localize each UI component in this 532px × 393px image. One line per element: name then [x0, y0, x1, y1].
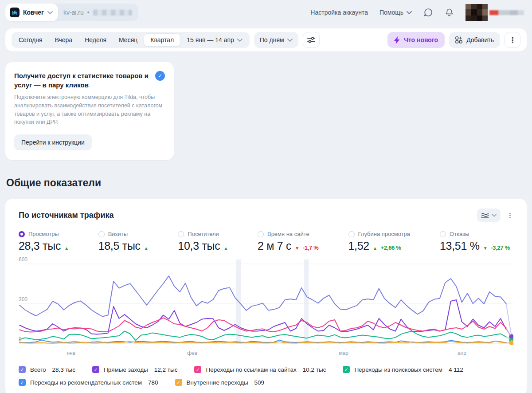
toolbar-right: Что нового Добавить ⋮: [387, 32, 520, 48]
tab-quarter[interactable]: Квартал: [144, 33, 180, 47]
x-axis-labels: янвфевмарапр: [19, 350, 513, 359]
topbar-right: Настройка аккаунта Помощь: [310, 4, 524, 21]
counter-switcher[interactable]: Ковчег kv-ai.ru •: [5, 4, 138, 21]
metric-bounce-rate[interactable]: Отказы 13,51 %▼-3,27 %: [440, 231, 510, 252]
redacted-counter-id: [93, 10, 132, 16]
trend-up-icon: ▲: [373, 246, 377, 251]
checkbox-checked-icon[interactable]: ✓: [92, 366, 99, 373]
metric-time-on-site[interactable]: Время на сайте 2 м 7 с▼-1,7 %: [258, 231, 319, 252]
tab-week[interactable]: Неделя: [78, 32, 113, 48]
legend-value: 12,2 тыс: [154, 366, 178, 373]
radio-selected-icon[interactable]: [19, 231, 25, 237]
metric-label: Глубина просмотра: [358, 231, 411, 237]
metric-label: Посетители: [188, 231, 219, 237]
toolbar-left: Сегодня Вчера Неделя Месяц Квартал 15 ян…: [12, 32, 320, 48]
chart-legend: ✓ Всего 28,3 тыс ✓ Прямые заходы 12,2 ты…: [19, 366, 513, 386]
checkbox-checked-icon[interactable]: ✓: [175, 379, 182, 386]
metric-visits[interactable]: Визиты 18,5 тыс▲: [98, 231, 149, 252]
metric-value: 18,5 тыс: [98, 240, 141, 252]
traffic-sources-card: По источникам трафика ⋮ Просмотры 28,3 т…: [5, 199, 527, 393]
y-axis-tick: 300: [19, 296, 27, 303]
filters-button[interactable]: [303, 32, 320, 48]
promo-instruction-button[interactable]: Перейти к инструкции: [14, 134, 92, 150]
legend-label: Переходы из поисковых систем: [354, 366, 442, 373]
legend-value: 4 112: [449, 366, 463, 373]
legend-item-total[interactable]: ✓ Всего 28,3 тыс: [19, 366, 75, 373]
add-button[interactable]: Добавить: [449, 32, 500, 48]
checkbox-checked-icon[interactable]: ✓: [19, 366, 26, 373]
top-header: Ковчег kv-ai.ru • Настройка аккаунта Пом…: [0, 0, 532, 25]
trend-up-icon: ▲: [64, 246, 69, 251]
toolbar-more-button[interactable]: ⋮: [505, 32, 520, 48]
trend-down-icon: ▼: [483, 246, 488, 251]
tab-today[interactable]: Сегодня: [12, 32, 49, 48]
feedback-chat-icon[interactable]: [423, 8, 433, 17]
date-range-selector[interactable]: 15 янв — 14 апр: [180, 36, 249, 43]
legend-value: 780: [148, 379, 158, 386]
help-menu[interactable]: Помощь: [379, 9, 412, 16]
legend-value: 10,2 тыс: [303, 366, 326, 373]
metric-delta: +2,66 %: [381, 244, 401, 251]
radio-icon[interactable]: [440, 231, 446, 237]
metric-value: 2 м 7 с: [258, 240, 291, 252]
chevron-down-icon: [407, 11, 412, 14]
chevron-down-icon: [47, 11, 53, 14]
tab-yesterday[interactable]: Вчера: [49, 32, 79, 48]
widget-title: По источникам трафика: [19, 211, 114, 220]
metrics-row: Просмотры 28,3 тыс▲ Визиты 18,5 тыс▲ Пос…: [19, 231, 513, 252]
counter-site: kv-ai.ru •: [63, 9, 132, 16]
legend-item-site-links[interactable]: ✓ Переходы по ссылкам на сайтах 10,2 тыс: [194, 366, 326, 373]
help-label: Помощь: [379, 9, 403, 16]
x-axis-tick: фев: [187, 350, 197, 356]
radio-icon[interactable]: [348, 231, 355, 237]
legend-item-internal[interactable]: ✓ Внутренние переходы 509: [175, 379, 265, 386]
x-axis-tick: мар: [339, 350, 348, 356]
checkbox-checked-icon[interactable]: ✓: [194, 366, 201, 373]
notifications-bell-icon[interactable]: [445, 8, 454, 17]
legend-value: 28,3 тыс: [52, 366, 75, 373]
granularity-selector[interactable]: По дням: [254, 32, 298, 48]
counter-pill[interactable]: Ковчег: [5, 4, 58, 21]
legend-item-direct[interactable]: ✓ Прямые заходы 12,2 тыс: [92, 366, 177, 373]
metric-label: Просмотры: [28, 231, 59, 237]
user-avatar[interactable]: [466, 4, 524, 21]
metric-views[interactable]: Просмотры 28,3 тыс▲: [19, 231, 69, 252]
legend-value: 509: [254, 379, 265, 386]
radio-icon[interactable]: [178, 231, 184, 237]
x-axis-tick: янв: [67, 350, 76, 356]
metric-label: Отказы: [450, 231, 469, 237]
chart-canvas[interactable]: [19, 259, 513, 348]
chart-type-selector[interactable]: [477, 208, 501, 222]
traffic-line-chart[interactable]: 600 300 0: [19, 259, 513, 348]
legend-label: Всего: [30, 366, 46, 373]
account-settings-link[interactable]: Настройка аккаунта: [310, 9, 368, 16]
metric-value: 28,3 тыс: [19, 240, 61, 252]
metric-delta: -3,27 %: [491, 244, 510, 251]
metric-value: 13,51 %: [440, 240, 480, 252]
section-title: Общие показатели: [6, 177, 532, 189]
metric-value: 1,52: [348, 240, 369, 252]
date-range-label: 15 янв — 14 апр: [187, 36, 234, 43]
checkbox-checked-icon[interactable]: ✓: [343, 366, 350, 373]
trend-up-icon: ▲: [223, 246, 228, 251]
legend-item-search[interactable]: ✓ Переходы из поисковых систем 4 112: [343, 366, 463, 373]
metric-depth[interactable]: Глубина просмотра 1,52▲+2,66 %: [348, 231, 411, 252]
chevron-down-icon: [492, 214, 497, 217]
radio-icon[interactable]: [98, 231, 105, 237]
radio-icon[interactable]: [258, 231, 264, 237]
checkbox-checked-icon[interactable]: ✓: [19, 379, 26, 386]
counter-name: Ковчег: [23, 9, 44, 16]
promo-description: Подключите электронную коммерцию для Til…: [14, 93, 165, 126]
widget-more-button[interactable]: ⋮: [507, 212, 513, 219]
y-axis-tick: 0: [19, 336, 22, 342]
counter-site-url[interactable]: kv-ai.ru: [63, 9, 84, 16]
kebab-icon: ⋮: [509, 36, 516, 44]
sliders-icon: [307, 36, 315, 43]
tab-month[interactable]: Месяц: [113, 32, 144, 48]
metric-label: Время на сайте: [267, 231, 309, 237]
whats-new-button[interactable]: Что нового: [387, 32, 445, 48]
add-widget-icon: [455, 36, 462, 43]
legend-label: Переходы из рекомендательных систем: [30, 379, 142, 386]
metric-visitors[interactable]: Посетители 10,3 тыс▲: [178, 231, 228, 252]
legend-item-recommendation[interactable]: ✓ Переходы из рекомендательных систем 78…: [19, 379, 158, 386]
